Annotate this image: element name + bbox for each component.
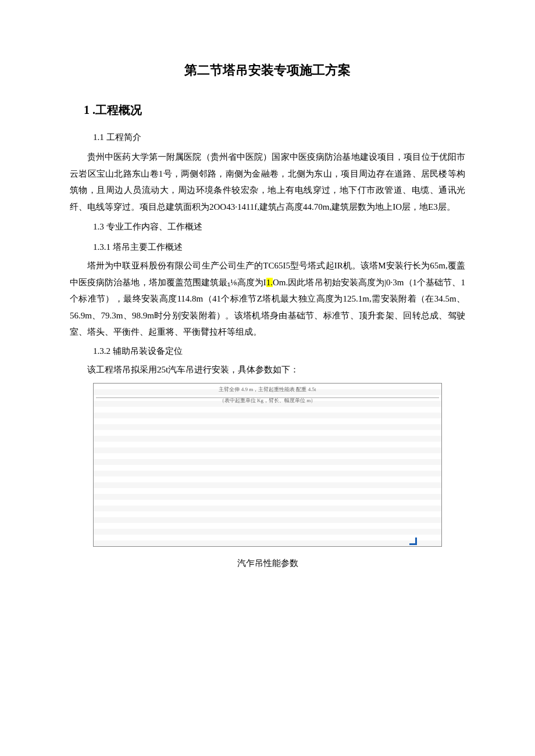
highlight-text: 1. <box>266 278 273 287</box>
performance-table-image: 主臂全伸 4.9 m，主臂起重性能表 配重 4.5t （表中起重单位 Kg，臂长… <box>93 383 442 547</box>
paragraph-crane-desc: 塔卅为中联亚科股份有限公司生产公司生产的TC65I5型号塔式起IR机。该塔M安装… <box>70 257 465 341</box>
subsection-1-3: 1.3 专业工作内容、工作概述 <box>93 218 465 235</box>
subsection-1-1: 1.1 工程简介 <box>93 129 465 146</box>
table-grid-placeholder <box>96 397 439 544</box>
corner-mark-icon <box>409 538 417 545</box>
paragraph-overview: 贵州中医药大学第一附属医院（贵州省中医院）国家中医疫病防治基地建设项目，项目位于… <box>70 149 465 215</box>
subsection-1-3-1: 1.3.1 塔吊主要工作概述 <box>93 239 465 256</box>
subsection-1-3-2: 1.3.2 辅助吊装设备定位 <box>93 343 465 360</box>
paragraph-aux-equip: 该工程塔吊拟采用25t汽车吊进行安装，具体参数如下： <box>70 361 465 378</box>
page-title: 第二节塔吊安装专项施工方案 <box>70 58 465 83</box>
table-caption-line1: 主臂全伸 4.9 m，主臂起重性能表 配重 4.5t <box>94 384 441 395</box>
document-page: 第二节塔吊安装专项施工方案 1 .工程概况 1.1 工程简介 贵州中医药大学第一… <box>0 0 535 606</box>
figure-caption: 汽乍吊性能参数 <box>70 555 465 572</box>
section-heading-1: 1 .工程概况 <box>84 99 465 121</box>
